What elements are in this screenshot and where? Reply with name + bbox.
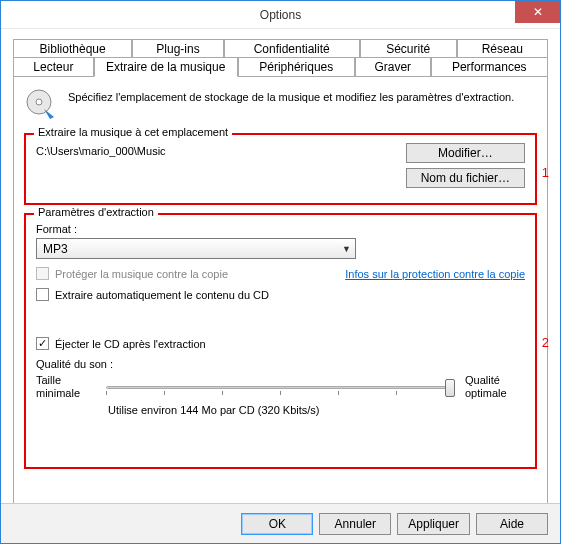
close-button[interactable]: ✕ — [515, 1, 560, 23]
annotation-2: 2 — [542, 335, 549, 350]
modify-button[interactable]: Modifier… — [406, 143, 525, 163]
group-location-legend: Extraire la musique à cet emplacement — [34, 126, 232, 138]
protection-info-link[interactable]: Infos sur la protection contre la copie — [345, 268, 525, 280]
tab-reseau[interactable]: Réseau — [457, 39, 548, 58]
location-buttons: Modifier… Nom du fichier… — [406, 143, 525, 188]
eject-row: Éjecter le CD après l'extraction — [36, 337, 525, 350]
group-settings: Paramètres d'extraction 2 Format : MP3 ▼… — [24, 213, 537, 469]
close-icon: ✕ — [533, 5, 543, 19]
format-label: Format : — [36, 223, 525, 235]
titlebar: Options ✕ — [1, 1, 560, 29]
protect-label: Protéger la musique contre la copie — [55, 268, 228, 280]
tab-performances[interactable]: Performances — [431, 57, 549, 77]
content-area: Bibliothèque Plug-ins Confidentialité Sé… — [1, 29, 560, 508]
tab-plugins[interactable]: Plug-ins — [132, 39, 223, 58]
tabrow-top: Bibliothèque Plug-ins Confidentialité Sé… — [13, 39, 548, 58]
tab-bibliotheque[interactable]: Bibliothèque — [13, 39, 132, 58]
protect-checkbox — [36, 267, 49, 280]
options-window: Options ✕ Bibliothèque Plug-ins Confiden… — [0, 0, 561, 544]
protect-row: Protéger la musique contre la copie Info… — [36, 267, 525, 280]
quality-label: Qualité du son : — [36, 358, 525, 370]
rip-music-icon — [24, 87, 60, 123]
eject-label: Éjecter le CD après l'extraction — [55, 338, 206, 350]
tab-graver[interactable]: Graver — [355, 57, 431, 77]
rip-path: C:\Users\mario_000\Music — [36, 143, 166, 157]
slider-ticks — [106, 391, 455, 396]
autorip-checkbox[interactable] — [36, 288, 49, 301]
intro-row: Spécifiez l'emplacement de stockage de l… — [24, 87, 537, 123]
group-settings-legend: Paramètres d'extraction — [34, 206, 158, 218]
apply-button[interactable]: Appliquer — [397, 513, 470, 535]
path-row: C:\Users\mario_000\Music Modifier… Nom d… — [36, 143, 525, 188]
intro-text: Spécifiez l'emplacement de stockage de l… — [68, 87, 514, 103]
window-title: Options — [260, 8, 301, 22]
quality-min-label: Taille minimale — [36, 374, 96, 400]
cancel-button[interactable]: Annuler — [319, 513, 391, 535]
group-location: Extraire la musique à cet emplacement 1 … — [24, 133, 537, 205]
quality-slider[interactable] — [106, 377, 455, 397]
slider-track — [106, 386, 455, 389]
quality-row: Taille minimale Qualité optimale — [36, 374, 525, 400]
autorip-row: Extraire automatiquement le contenu du C… — [36, 288, 525, 301]
tabstrip: Bibliothèque Plug-ins Confidentialité Sé… — [13, 39, 548, 508]
annotation-1: 1 — [542, 165, 549, 180]
format-select[interactable]: MP3 ▼ — [36, 238, 356, 259]
ok-button[interactable]: OK — [241, 513, 313, 535]
tab-confidentialite[interactable]: Confidentialité — [224, 39, 360, 58]
tab-securite[interactable]: Sécurité — [360, 39, 457, 58]
filename-button[interactable]: Nom du fichier… — [406, 168, 525, 188]
tab-panel: Spécifiez l'emplacement de stockage de l… — [13, 76, 548, 508]
quality-max-label: Qualité optimale — [465, 374, 525, 400]
size-estimate: Utilise environ 144 Mo par CD (320 Kbits… — [108, 404, 525, 416]
tabrow-bottom: Lecteur Extraire de la musique Périphéri… — [13, 57, 548, 77]
eject-checkbox[interactable] — [36, 337, 49, 350]
tab-extraire[interactable]: Extraire de la musique — [94, 57, 238, 77]
dialog-footer: OK Annuler Appliquer Aide — [1, 503, 560, 543]
tab-lecteur[interactable]: Lecteur — [13, 57, 94, 77]
tab-peripheriques[interactable]: Périphériques — [238, 57, 356, 77]
help-button[interactable]: Aide — [476, 513, 548, 535]
slider-thumb[interactable] — [445, 379, 455, 397]
format-value: MP3 — [43, 242, 68, 256]
svg-point-1 — [36, 99, 42, 105]
chevron-down-icon: ▼ — [342, 244, 351, 254]
autorip-label: Extraire automatiquement le contenu du C… — [55, 289, 269, 301]
